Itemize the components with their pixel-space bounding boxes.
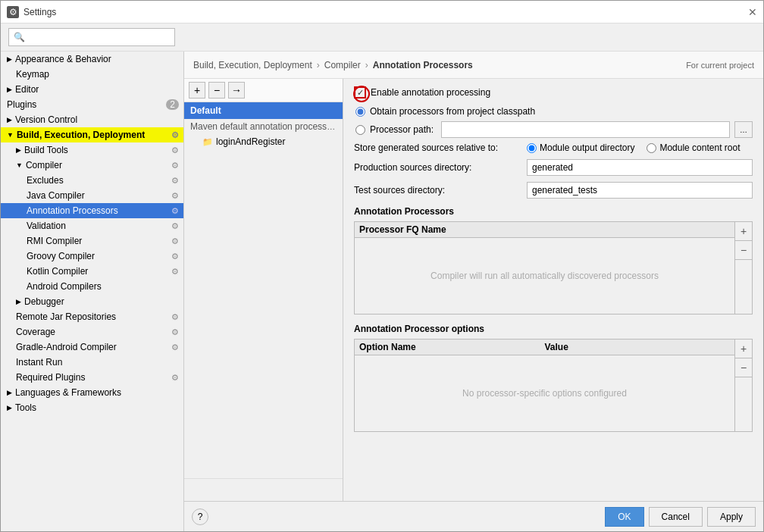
sidebar-item-languages[interactable]: ▶ Languages & Frameworks (1, 385, 183, 400)
processor-path-browse[interactable]: … (734, 121, 753, 138)
search-bar (1, 23, 763, 52)
checkmark-icon: ✓ (357, 88, 364, 98)
empty-text: Compiler will run all automatically disc… (431, 271, 659, 281)
sidebar-item-tools[interactable]: ▶ Tools (1, 400, 183, 415)
content-area: ▶ Appearance & Behavior Keymap ▶ Editor … (1, 23, 763, 531)
sidebar-item-kotlin-compiler[interactable]: Kotlin Compiler ⚙ (1, 264, 183, 279)
sidebar-item-label: Appearance & Behavior (15, 54, 111, 64)
options-empty-text: No processor-specific options configured (462, 388, 627, 399)
sidebar-item-build-execution[interactable]: ▼ Build, Execution, Deployment ⚙ (1, 127, 183, 142)
sidebar-item-label: Annotation Processors (27, 205, 118, 216)
store-generated-label: Store generated sources relative to: (354, 142, 521, 153)
arrow-icon: ▶ (16, 146, 21, 154)
processor-options-table: Option Name Value No processor-specific … (354, 339, 753, 432)
sidebar-item-label: Required Plugins (16, 372, 85, 383)
main-area: ▶ Appearance & Behavior Keymap ▶ Editor … (1, 52, 763, 531)
sidebar-item-label: Keymap (16, 69, 49, 80)
enable-row: ✓ Enable annotation processing (354, 86, 753, 99)
move-processor-button[interactable]: → (228, 82, 245, 99)
module-output-option[interactable]: Module output directory (527, 142, 634, 153)
bottom-bar: ? OK Cancel Apply (184, 501, 763, 531)
gear-icon: ⚙ (171, 161, 179, 171)
sidebar-item-java-compiler[interactable]: Java Compiler ⚙ (1, 188, 183, 203)
processor-list: + − → Default Maven default annotation p… (184, 79, 343, 501)
processor-toolbar: + − → (184, 79, 343, 102)
sidebar-item-rmi-compiler[interactable]: RMI Compiler ⚙ (1, 233, 183, 249)
obtain-processors-radio[interactable] (355, 107, 365, 117)
enable-checkbox[interactable]: ✓ (354, 86, 366, 99)
arrow-icon: ▶ (7, 116, 12, 124)
sidebar-item-editor[interactable]: ▶ Editor (1, 82, 183, 97)
sidebar-item-annotation-processors[interactable]: Annotation Processors ⚙ (1, 203, 183, 218)
sidebar-item-required-plugins[interactable]: Required Plugins ⚙ (1, 370, 183, 385)
processor-group-default[interactable]: Default (184, 102, 343, 119)
sidebar-item-groovy-compiler[interactable]: Groovy Compiler ⚙ (1, 249, 183, 264)
sidebar-item-label: Kotlin Compiler (27, 266, 88, 277)
gear-icon: ⚙ (171, 343, 179, 352)
sidebar-item-appearance[interactable]: ▶ Appearance & Behavior (1, 52, 183, 67)
search-input[interactable] (8, 28, 175, 46)
add-processor-button[interactable]: + (189, 82, 205, 99)
help-button[interactable]: ? (192, 509, 208, 525)
sidebar-item-label: Java Compiler (27, 190, 85, 201)
plugins-badge: 2 (166, 99, 179, 110)
sidebar-item-keymap[interactable]: Keymap (1, 67, 183, 82)
ok-button[interactable]: OK (605, 507, 643, 527)
login-register-item[interactable]: 📁 loginAndRegister (184, 134, 343, 149)
remove-processor-button[interactable]: − (208, 82, 225, 99)
right-panel: Build, Execution, Deployment › Compiler … (184, 52, 763, 531)
cancel-button[interactable]: Cancel (649, 507, 703, 527)
annotation-processors-header: Annotation Processors (354, 206, 753, 217)
gear-icon: ⚙ (171, 312, 179, 322)
obtain-processors-label: Obtain processors from project classpath (370, 106, 535, 117)
options-table-with-buttons: Option Name Value No processor-specific … (355, 340, 752, 431)
app-icon: ⚙ (7, 6, 19, 18)
sidebar-item-label: Android Compilers (27, 281, 102, 292)
sidebar-item-plugins[interactable]: Plugins 2 (1, 97, 183, 112)
annotation-settings-panel: ✓ Enable annotation processing Obtain pr… (343, 79, 763, 501)
sidebar-item-label: Build Tools (24, 145, 68, 155)
gear-icon: ⚙ (171, 130, 179, 140)
processor-path-radio[interactable] (355, 125, 365, 135)
module-content-option[interactable]: Module content root (647, 142, 740, 153)
remove-annotation-button[interactable]: − (735, 241, 752, 260)
sidebar-item-label: Languages & Frameworks (15, 387, 121, 398)
sidebar-item-compiler[interactable]: ▼ Compiler ⚙ (1, 158, 183, 173)
sidebar-item-android-compilers[interactable]: Android Compilers (1, 279, 183, 294)
remove-option-button[interactable]: − (735, 358, 752, 377)
close-button[interactable]: ✕ (748, 6, 757, 18)
sidebar-item-label: Editor (15, 84, 39, 95)
sidebar-item-remote-jar[interactable]: Remote Jar Repositories ⚙ (1, 309, 183, 324)
arrow-icon: ▶ (7, 55, 12, 63)
test-sources-input[interactable] (527, 182, 753, 199)
production-sources-input[interactable] (527, 159, 753, 176)
add-annotation-button[interactable]: + (735, 222, 752, 241)
sidebar-item-label: Version Control (15, 114, 77, 125)
sidebar-item-version-control[interactable]: ▶ Version Control (1, 112, 183, 127)
module-output-radio[interactable] (527, 143, 537, 153)
sidebar-item-gradle-android[interactable]: Gradle-Android Compiler ⚙ (1, 340, 183, 355)
module-content-radio[interactable] (647, 143, 656, 153)
option-name-col: Option Name (359, 342, 545, 352)
apply-button[interactable]: Apply (707, 507, 756, 527)
processor-path-row: Processor path: … (354, 121, 753, 138)
sidebar-item-instant-run[interactable]: Instant Run (1, 355, 183, 370)
processor-path-input[interactable] (441, 121, 730, 138)
login-register-label: loginAndRegister (216, 136, 285, 147)
sidebar-item-validation[interactable]: Validation ⚙ (1, 218, 183, 233)
options-empty: No processor-specific options configured (355, 355, 734, 431)
store-generated-row: Store generated sources relative to: Mod… (354, 142, 753, 153)
add-option-button[interactable]: + (735, 340, 752, 358)
breadcrumb-sep2: › (365, 60, 368, 70)
sidebar-item-label: Coverage (16, 327, 55, 337)
sidebar-item-debugger[interactable]: ▶ Debugger (1, 294, 183, 309)
breadcrumb-current: Annotation Processors (373, 60, 473, 70)
gear-icon: ⚙ (171, 267, 179, 277)
sidebar-item-excludes[interactable]: Excludes ⚙ (1, 173, 183, 188)
for-current-project[interactable]: For current project (686, 61, 754, 70)
module-output-label: Module output directory (540, 142, 634, 153)
sidebar-item-build-tools[interactable]: ▶ Build Tools ⚙ (1, 142, 183, 158)
sidebar-item-coverage[interactable]: Coverage ⚙ (1, 324, 183, 340)
maven-default-item[interactable]: Maven default annotation processo... (184, 119, 343, 134)
processor-items: Default Maven default annotation process… (184, 102, 343, 478)
